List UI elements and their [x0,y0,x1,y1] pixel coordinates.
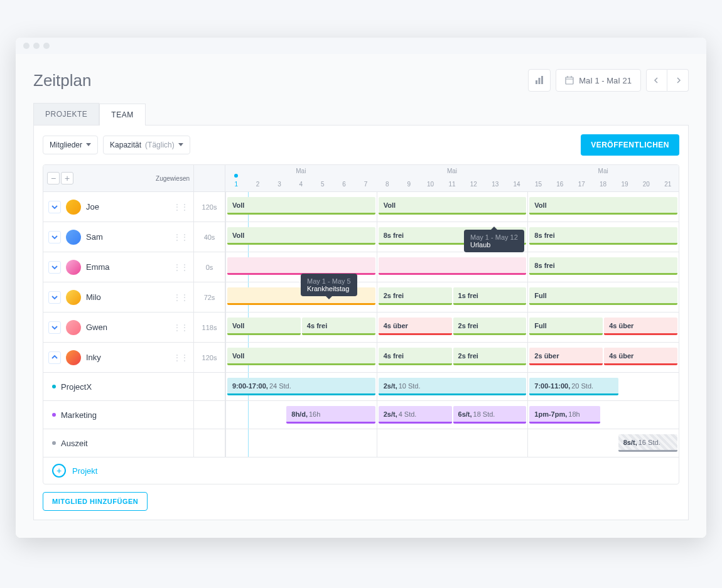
schedule-bar[interactable]: 4s über [604,348,677,365]
day-label: 8 [377,176,398,191]
member-info: Sam⋮⋮ [43,222,194,252]
avatar [66,230,81,245]
schedule-bar[interactable]: 2s/t, 4 Std. [379,406,452,424]
schedule-bar[interactable]: Voll [227,227,375,245]
schedule-bar[interactable]: Voll [227,348,375,365]
expand-button[interactable] [48,231,61,243]
add-project-button[interactable]: + Projekt [43,457,106,484]
drag-handle[interactable]: ⋮⋮ [173,203,188,211]
members-label: Mitglieder [50,141,82,149]
day-label: 4 [290,176,311,191]
schedule-bar[interactable]: 2s frei [379,287,452,305]
schedule-bar[interactable]: Voll [227,197,375,215]
add-member-button[interactable]: MITGLIED HINZUFÜGEN [43,492,148,511]
schedule-bar[interactable]: 8h/d, 16h [286,406,375,424]
day-label: 11 [441,176,463,191]
expand-button[interactable] [48,201,61,213]
schedule-bar[interactable]: Voll [529,197,677,215]
date-range-button[interactable]: MaI 1 - MaI 21 [556,69,641,92]
members-dropdown[interactable]: Mitglieder [43,136,98,154]
schedule-bar[interactable]: Voll [379,197,527,215]
timeline: 2s frei1s freiFull [225,282,679,312]
window-dot [43,43,50,49]
drag-handle[interactable]: ⋮⋮ [173,353,188,362]
schedule-bar[interactable]: 8s frei [529,227,677,245]
zoom-in-button[interactable]: + [61,172,73,184]
expand-button[interactable] [48,291,61,304]
capacity-dropdown[interactable]: Kapazität (Täglich) [103,136,190,154]
schedule-bar[interactable]: 9:00-17:00, 24 Std. [227,378,375,395]
week-cell: 2s/t, 4 Std.6s/t, 18 Std. [377,401,528,429]
schedule-bar[interactable]: 4s frei [379,348,452,365]
project-dot [52,385,56,388]
member-info: Milo⋮⋮ [43,282,194,312]
assigned-header [194,165,225,191]
schedule-bar[interactable]: Voll [227,318,301,335]
prev-button[interactable] [646,69,667,92]
week-cell: Voll [527,192,679,222]
drag-handle[interactable]: ⋮⋮ [173,323,188,332]
add-project-label: Projekt [72,466,97,476]
month-label: Mai [527,168,679,174]
drag-handle[interactable]: ⋮⋮ [173,233,188,242]
project-row: ProjectX9:00-17:00, 24 Std.2s/t, 10 Std.… [43,372,679,400]
day-label: 21 [657,176,679,191]
page-title: Zeitplan [33,71,92,90]
week-cell: 1pm-7pm, 18h [527,401,679,429]
project-dot [52,413,56,417]
member-row: Joe⋮⋮120sVollVollVoll [43,191,679,222]
expand-button[interactable] [48,261,61,274]
week-cell: Voll [225,343,377,372]
schedule-bar[interactable]: 2s über [529,348,603,365]
next-button[interactable] [667,69,689,92]
schedule-bar[interactable] [379,257,527,275]
chevron-right-icon [675,77,681,83]
expand-button[interactable] [48,321,61,334]
schedule-bar[interactable]: 4s über [379,318,452,335]
tab-projects[interactable]: PROJEKTE [33,103,99,125]
schedule-bar[interactable]: 2s frei [453,348,527,365]
schedule-bar[interactable]: 7:00-11:00, 20 Std. [529,378,618,395]
schedule-bar[interactable]: 2s/t, 10 Std. [379,378,527,395]
schedule-bar[interactable]: 8s frei [529,257,677,275]
day-label: 13 [485,176,506,191]
member-name: Milo [86,292,168,302]
member-row: Milo⋮⋮72s2s frei1s freiFull [43,282,679,312]
week-cell: 9:00-17:00, 24 Std. [225,373,377,400]
tab-team[interactable]: TEAM [99,104,145,126]
day-label: 1 [225,176,247,191]
project-dot [52,441,56,445]
schedule-bar[interactable]: 1s frei [453,287,527,305]
day-label: 20 [635,176,657,191]
schedule-bar[interactable]: 4s frei [302,318,375,335]
schedule-bar[interactable]: 2s frei [453,318,527,335]
window-dot [33,43,40,49]
week-cell: 8h/d, 16h [225,401,377,429]
collapse-button[interactable] [48,351,61,364]
day-label: 3 [269,176,290,191]
date-range-label: MaI 1 - MaI 21 [579,76,632,85]
project-row: Marketing8h/d, 16h2s/t, 4 Std.6s/t, 18 S… [43,400,679,429]
tooltip: May 1 - May 5Krankheitstag [301,274,357,296]
week-cell [377,429,528,457]
drag-handle[interactable]: ⋮⋮ [173,293,188,302]
publish-button[interactable]: VERÖFFENTLICHEN [581,134,679,156]
schedule-bar[interactable]: 4s über [604,318,677,335]
assigned-value [194,429,225,457]
project-name: Marketing [61,410,188,420]
schedule-bar[interactable]: 1pm-7pm, 18h [529,406,600,424]
drag-handle[interactable]: ⋮⋮ [173,263,188,272]
schedule-bar[interactable]: Full [529,318,603,335]
day-label: 16 [549,176,571,191]
schedule-bar[interactable]: 8s/t, 16 Std. [618,434,677,452]
tabs: PROJEKTE TEAM [33,103,689,126]
tooltip: May 1 - May 12Urlaub [464,230,524,252]
avatar [66,200,81,215]
chart-button[interactable] [528,69,551,92]
week-cell: 7:00-11:00, 20 Std. [527,373,679,400]
timeline: 9:00-17:00, 24 Std.2s/t, 10 Std.7:00-11:… [225,373,679,400]
schedule-bar[interactable] [227,257,375,275]
schedule-bar[interactable]: Full [529,287,677,305]
zoom-out-button[interactable]: − [47,172,60,184]
schedule-bar[interactable]: 6s/t, 18 Std. [453,406,527,424]
